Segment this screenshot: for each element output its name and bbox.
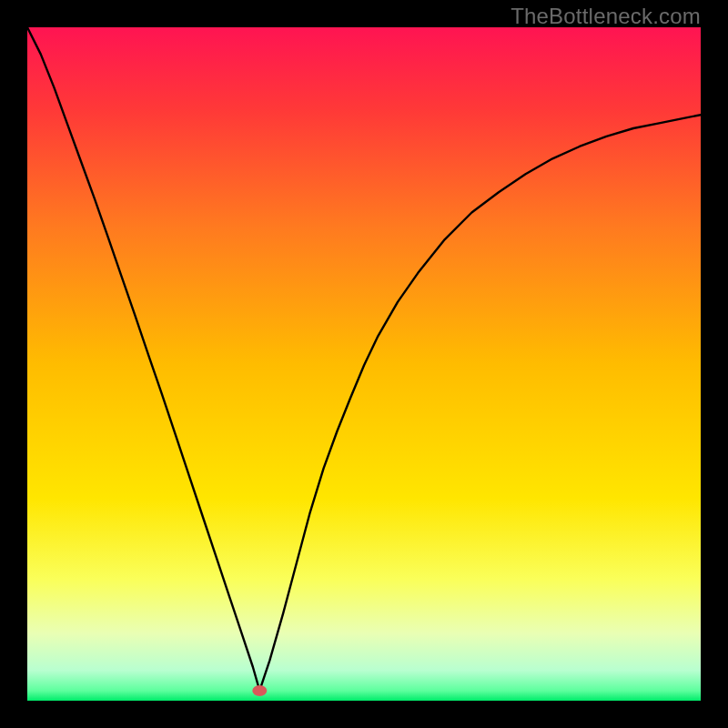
- plot-area: [27, 27, 701, 701]
- watermark-text: TheBottleneck.com: [511, 4, 701, 29]
- chart-frame: TheBottleneck.com: [0, 0, 728, 728]
- svg-point-1: [252, 685, 267, 696]
- chart-curve: [27, 27, 701, 701]
